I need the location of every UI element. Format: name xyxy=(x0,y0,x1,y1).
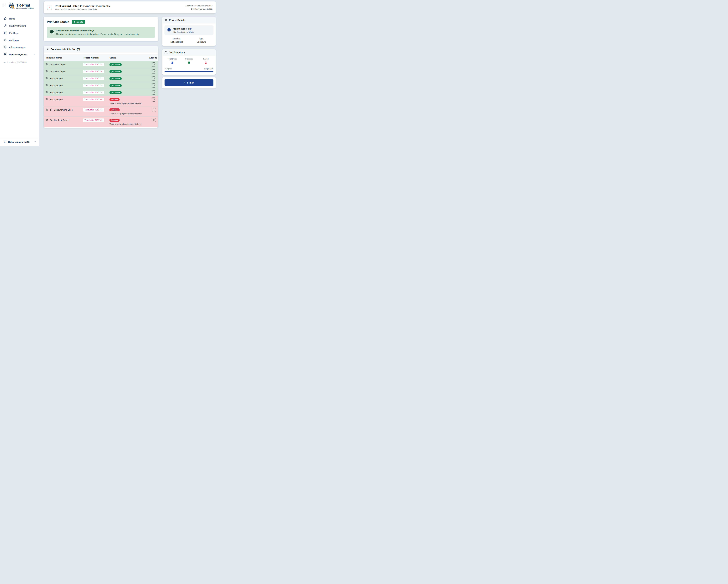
printer-blue-icon xyxy=(167,28,171,33)
print-job-status-card: Print Job Status Complete ✓ Documents Ge… xyxy=(44,17,158,41)
file-icon xyxy=(46,108,48,111)
status-badge-icon: ✓ xyxy=(111,71,112,73)
refresh-icon xyxy=(153,71,155,73)
sidebar-item-label: Audit logs xyxy=(9,39,19,41)
record-number-cell: Testlot#: T25I142 xyxy=(83,118,109,122)
record-number-badge: Testlot#: T25I142 xyxy=(83,118,104,122)
documents-title: Documents in this Job (8) xyxy=(51,48,80,51)
created-by: By: Haley Langworth (92) xyxy=(186,7,213,10)
row-error: Toner is leeg, bijna niet meer te lezen xyxy=(109,102,156,105)
file-icon xyxy=(46,84,48,87)
status-badge-label: Success xyxy=(113,71,120,73)
file-icon xyxy=(46,77,48,80)
status-badge: ✓ Success xyxy=(109,91,122,94)
job-summary-header: Job Summary xyxy=(162,49,216,56)
refresh-icon xyxy=(153,63,155,66)
status-badge-complete: Complete xyxy=(72,20,85,24)
status-cell: ✓ Success xyxy=(109,84,149,87)
table-row: Batch_Report Testlot#: T25I140 ✕ Failed … xyxy=(44,96,158,106)
success-value: 5 xyxy=(181,61,198,64)
column-header-status: Status xyxy=(109,56,149,59)
location-label: Location xyxy=(164,38,189,40)
sidebar-top: TR-Print Secure. Traceable. Compliant. xyxy=(0,0,39,11)
logo-text: TR-Print Secure. Traceable. Compliant. xyxy=(16,3,34,9)
close-wizard-button[interactable] xyxy=(47,5,52,10)
stat-failed: Failed 3 xyxy=(198,58,214,64)
row-error: Toner is leeg, bijna niet meer te lezen xyxy=(109,112,156,115)
sidebar-nav: Home Start Print wizard Print logs Audit… xyxy=(0,15,39,58)
column-header-template-name: Template Name xyxy=(46,56,83,59)
user-avatar-icon xyxy=(3,140,6,143)
sidebar-item-audit-logs[interactable]: Audit logs xyxy=(0,36,39,44)
hamburger-menu-icon[interactable] xyxy=(3,3,6,7)
printer-description: No description available xyxy=(174,31,194,33)
refresh-icon xyxy=(153,98,155,101)
created-timestamp: Created: 10-Sep-2025 08:04:56 xyxy=(186,4,213,7)
content-columns: Print Job Status Complete ✓ Documents Ge… xyxy=(44,17,216,128)
retry-print-button[interactable] xyxy=(152,83,156,88)
status-badge-icon: ✓ xyxy=(111,64,112,65)
table-header: Template Name Record Number Status Actio… xyxy=(44,54,158,61)
user-name: Haley Langworth (92) xyxy=(8,141,30,143)
check-circle-icon: ✓ xyxy=(50,30,54,33)
template-name-cell: pH_Measurement_Sheet xyxy=(46,108,83,111)
status-cell: ✕ Failed xyxy=(109,108,149,111)
user-menu[interactable]: Haley Langworth (92) xyxy=(0,138,39,146)
printer-type: Type Unknown xyxy=(189,38,213,43)
printer-details-header: Printer Details xyxy=(162,17,216,23)
record-number-badge: Testlot#: T25I141 xyxy=(83,108,104,112)
home-icon xyxy=(4,17,7,20)
status-badge: ✓ Success xyxy=(109,70,122,73)
retry-print-button[interactable] xyxy=(152,62,156,67)
printer-details-card: Printer Details trprint_nod xyxy=(162,17,216,46)
sidebar-item-label: Home xyxy=(9,18,15,20)
sidebar-item-printer-manager[interactable]: Printer Manager xyxy=(0,44,39,51)
sidebar-item-start-print-wizard[interactable]: Start Print wizard xyxy=(0,22,39,29)
retry-print-button[interactable] xyxy=(152,108,156,112)
status-badge-label: Success xyxy=(113,78,120,79)
wizard-header: Print Wizard - Step 2: Confirm Documents… xyxy=(44,1,216,14)
sidebar-item-print-logs[interactable]: Print logs xyxy=(0,29,39,36)
status-badge: ✓ Success xyxy=(109,63,122,66)
logo-tagline: Secure. Traceable. Compliant. xyxy=(16,7,34,9)
sidebar-item-user-management[interactable]: User Management xyxy=(0,51,39,58)
template-name-cell: Batch_Report xyxy=(46,91,83,94)
template-name-cell: Deviation_Report xyxy=(46,63,83,66)
stat-total-docs: Total Docs 8 xyxy=(164,58,181,64)
app: TR-Print Secure. Traceable. Compliant. H… xyxy=(0,0,217,146)
retry-print-button[interactable] xyxy=(152,118,156,122)
column-header-actions: Actions xyxy=(149,56,156,59)
retry-print-button[interactable] xyxy=(152,76,156,81)
progress-row: Progress 8/8 (100%) xyxy=(162,66,216,70)
documents-card-header: Documents in this Job (8) xyxy=(44,46,158,53)
template-name-cell: Batch_Report xyxy=(46,77,83,80)
status-badge-icon: ✓ xyxy=(111,78,112,79)
actions-cell xyxy=(149,90,156,95)
type-value: Unknown xyxy=(189,41,213,43)
template-name: Batch_Report xyxy=(50,98,63,101)
retry-print-button[interactable] xyxy=(152,97,156,102)
record-number-badge: Testlot#: T25I136 xyxy=(83,70,104,73)
retry-print-button[interactable] xyxy=(152,90,156,95)
stat-label: Total Docs xyxy=(164,58,181,60)
sidebar-item-home[interactable]: Home xyxy=(0,15,39,22)
shield-check-icon xyxy=(4,38,7,42)
retry-print-button[interactable] xyxy=(152,70,156,74)
refresh-icon xyxy=(153,84,155,87)
printer-summary: trprint_node_pdf No description availabl… xyxy=(164,25,213,35)
printer-location: Location Not specified xyxy=(164,38,189,43)
alert-message: The documents have been sent to the prin… xyxy=(56,33,140,35)
failed-value: 3 xyxy=(198,61,214,64)
total-docs-value: 8 xyxy=(164,61,181,64)
type-label: Type xyxy=(189,38,213,40)
divider xyxy=(44,53,158,54)
table-row: Batch_Report Testlot#: T25I137 ✓ Success xyxy=(44,75,158,82)
alert-title: Documents Generated Successfully! xyxy=(56,29,140,32)
stat-success: Success 5 xyxy=(181,58,198,64)
job-meta: Created: 10-Sep-2025 08:04:56 By: Haley … xyxy=(186,4,213,10)
template-name-cell: Batch_Report xyxy=(46,98,83,101)
finish-button[interactable]: ✓ Finish xyxy=(164,79,213,86)
status-cell: ✓ Success xyxy=(109,77,149,80)
stat-label: Failed xyxy=(198,58,214,60)
left-column: Print Job Status Complete ✓ Documents Ge… xyxy=(44,17,158,128)
